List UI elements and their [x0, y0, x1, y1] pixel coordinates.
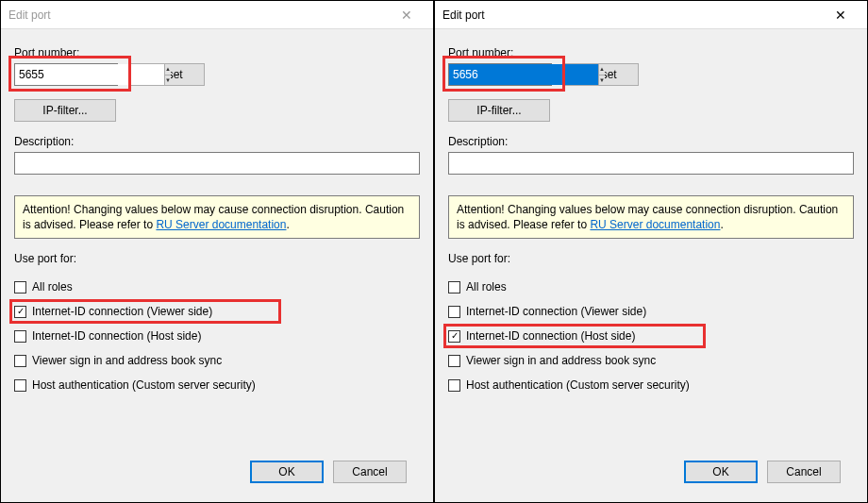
- port-number-field[interactable]: [449, 64, 598, 85]
- checkbox-host-side[interactable]: [14, 330, 26, 343]
- ok-button[interactable]: OK: [250, 461, 324, 483]
- checkbox-host-auth[interactable]: [448, 379, 460, 392]
- checkbox-host-side-label: Internet-ID connection (Host side): [32, 329, 201, 343]
- description-label: Description:: [448, 135, 854, 148]
- port-number-label: Port number:: [14, 46, 420, 59]
- description-label: Description:: [14, 135, 420, 148]
- warning-text-post: .: [286, 218, 289, 231]
- port-number-input[interactable]: ▲ ▼: [448, 63, 552, 86]
- checkbox-host-auth-label: Host authentication (Custom server secur…: [32, 378, 256, 392]
- edit-port-dialog-right: Edit port ✕ Port number: ▲ ▼ Reset IP-fi…: [434, 0, 868, 503]
- checkbox-all-roles[interactable]: [448, 281, 460, 293]
- cancel-button[interactable]: Cancel: [767, 461, 841, 483]
- port-number-input[interactable]: ▲ ▼: [14, 63, 118, 86]
- checkbox-host-side-label: Internet-ID connection (Host side): [466, 329, 635, 343]
- checkbox-signin-sync-label: Viewer sign in and address book sync: [32, 354, 222, 367]
- window-title: Edit port: [442, 8, 822, 22]
- checkbox-signin-sync-label: Viewer sign in and address book sync: [466, 354, 656, 367]
- titlebar: Edit port ✕: [1, 1, 433, 29]
- description-input[interactable]: [448, 152, 854, 175]
- ip-filter-button[interactable]: IP-filter...: [448, 99, 550, 122]
- edit-port-dialog-left: Edit port ✕ Port number: ▲ ▼ Reset IP-fi…: [0, 0, 434, 503]
- ip-filter-button[interactable]: IP-filter...: [14, 99, 116, 122]
- use-port-for-label: Use port for:: [14, 252, 420, 265]
- documentation-link[interactable]: RU Server documentation: [156, 218, 286, 231]
- checkbox-host-auth[interactable]: [14, 379, 26, 392]
- checkbox-viewer-side[interactable]: ✓: [14, 306, 26, 318]
- checkbox-all-roles-label: All roles: [466, 280, 507, 293]
- checkbox-viewer-side[interactable]: [448, 306, 460, 318]
- spinner-up-icon[interactable]: ▲: [165, 64, 171, 75]
- use-port-for-label: Use port for:: [448, 252, 854, 265]
- checkbox-viewer-side-label: Internet-ID connection (Viewer side): [32, 305, 212, 318]
- checkbox-host-side[interactable]: ✓: [448, 330, 460, 343]
- spinner-down-icon[interactable]: ▼: [599, 75, 605, 86]
- checkbox-signin-sync[interactable]: [448, 355, 460, 367]
- titlebar: Edit port ✕: [435, 1, 867, 29]
- spinner-up-icon[interactable]: ▲: [599, 64, 605, 75]
- warning-text-post: .: [720, 218, 723, 231]
- port-number-label: Port number:: [448, 46, 854, 59]
- checkbox-viewer-side-label: Internet-ID connection (Viewer side): [466, 305, 646, 318]
- checkbox-all-roles-label: All roles: [32, 280, 73, 293]
- warning-box: Attention! Changing values below may cau…: [448, 195, 854, 239]
- port-number-field[interactable]: [15, 64, 164, 85]
- cancel-button[interactable]: Cancel: [333, 461, 407, 483]
- checkbox-signin-sync[interactable]: [14, 355, 26, 367]
- close-icon[interactable]: ✕: [822, 2, 860, 28]
- description-input[interactable]: [14, 152, 420, 175]
- documentation-link[interactable]: RU Server documentation: [590, 218, 720, 231]
- window-title: Edit port: [8, 8, 388, 22]
- warning-box: Attention! Changing values below may cau…: [14, 195, 420, 239]
- spinner-down-icon[interactable]: ▼: [165, 75, 171, 86]
- ok-button[interactable]: OK: [684, 461, 758, 483]
- checkbox-all-roles[interactable]: [14, 281, 26, 293]
- checkbox-host-auth-label: Host authentication (Custom server secur…: [466, 378, 690, 392]
- close-icon[interactable]: ✕: [388, 2, 426, 28]
